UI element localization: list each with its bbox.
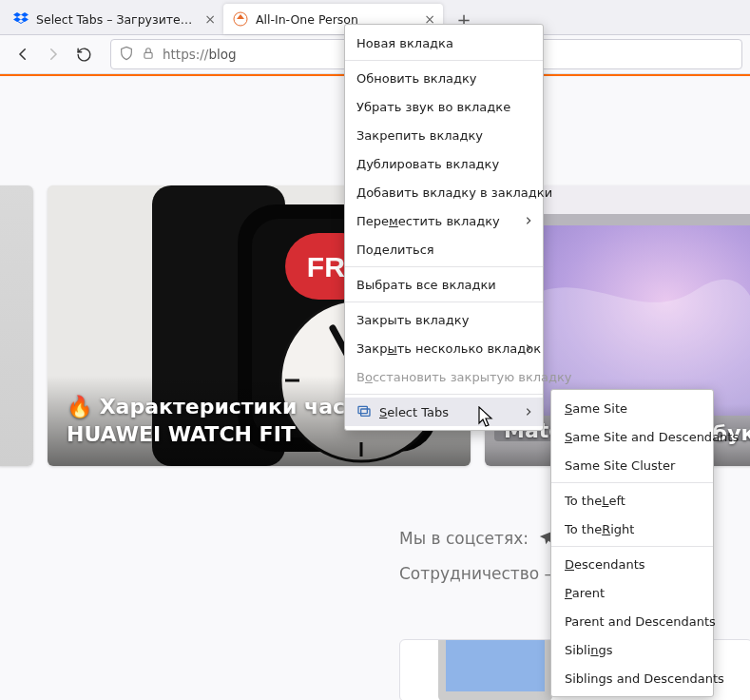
separator: [551, 482, 713, 483]
back-button[interactable]: [8, 39, 38, 69]
ctx-select-all-tabs[interactable]: Выбрать все вкладки: [345, 270, 543, 299]
ctx-close-multiple[interactable]: Закрыть несколько вкладок: [345, 334, 543, 362]
chevron-right-icon: [524, 214, 533, 228]
ctx-close-tab[interactable]: Закрыть вкладку: [345, 305, 543, 334]
sub-same-site[interactable]: Same Site: [551, 394, 713, 422]
social-label: Мы в соцсетях:: [399, 529, 529, 548]
ctx-new-tab[interactable]: Новая вкладка: [345, 29, 543, 57]
sub-to-the-right[interactable]: To the Right: [551, 515, 713, 543]
collab-label: Сотрудничество —: [399, 564, 561, 583]
close-icon[interactable]: ×: [202, 11, 218, 27]
sub-siblings-and-desc[interactable]: Siblings and Descendants: [551, 664, 713, 692]
sub-to-the-left[interactable]: To the Left: [551, 486, 713, 515]
svg-rect-27: [446, 639, 545, 691]
ctx-undo-close: Восстановить закрытую вкладку: [345, 362, 543, 391]
separator: [345, 60, 543, 61]
ctx-bookmark-tab[interactable]: Добавить вкладку в закладки: [345, 178, 543, 206]
forward-button[interactable]: [38, 39, 68, 69]
extension-icon: [356, 403, 372, 421]
lock-icon[interactable]: [142, 47, 155, 63]
sub-siblings[interactable]: Siblings: [551, 635, 713, 664]
chevron-right-icon: [524, 341, 533, 356]
url-text: https://blog: [163, 47, 237, 62]
sub-same-site-cluster[interactable]: Same Site Cluster: [551, 451, 713, 479]
card-peek-left[interactable]: [0, 185, 33, 466]
ctx-pin-tab[interactable]: Закрепить вкладку: [345, 121, 543, 149]
svg-rect-1: [144, 52, 152, 58]
tab-label: Select Tabs – Загрузите это расширение: [36, 12, 195, 27]
sub-descendants[interactable]: Descendants: [551, 550, 713, 578]
tab-context-menu: Новая вкладка Обновить вкладку Убрать зв…: [344, 24, 544, 431]
sub-parent[interactable]: Parent: [551, 578, 713, 607]
svg-rect-29: [358, 406, 367, 413]
ctx-share[interactable]: Поделиться: [345, 235, 543, 263]
sub-same-site-desc[interactable]: Same Site and Descendants: [551, 422, 713, 451]
shield-icon[interactable]: [119, 46, 134, 64]
svg-rect-30: [361, 409, 370, 416]
sub-parent-and-desc[interactable]: Parent and Descendants: [551, 607, 713, 635]
reload-button[interactable]: [68, 39, 99, 69]
tab-select-tabs-ext[interactable]: Select Tabs – Загрузите это расширение ×: [4, 4, 223, 34]
ctx-mute-tab[interactable]: Убрать звук во вкладке: [345, 92, 543, 121]
ctx-select-tabs-ext[interactable]: Select Tabs: [345, 398, 543, 426]
separator: [345, 394, 543, 395]
select-tabs-submenu: Same Site Same Site and Descendants Same…: [550, 389, 714, 697]
ctx-move-tab[interactable]: Переместить вкладку: [345, 206, 543, 235]
site-icon: [233, 11, 248, 27]
ctx-duplicate-tab[interactable]: Дублировать вкладку: [345, 149, 543, 178]
separator: [551, 546, 713, 547]
separator: [345, 301, 543, 302]
ctx-reload-tab[interactable]: Обновить вкладку: [345, 64, 543, 92]
separator: [345, 266, 543, 267]
dropbox-icon: [13, 11, 29, 27]
chevron-right-icon: [524, 405, 533, 419]
